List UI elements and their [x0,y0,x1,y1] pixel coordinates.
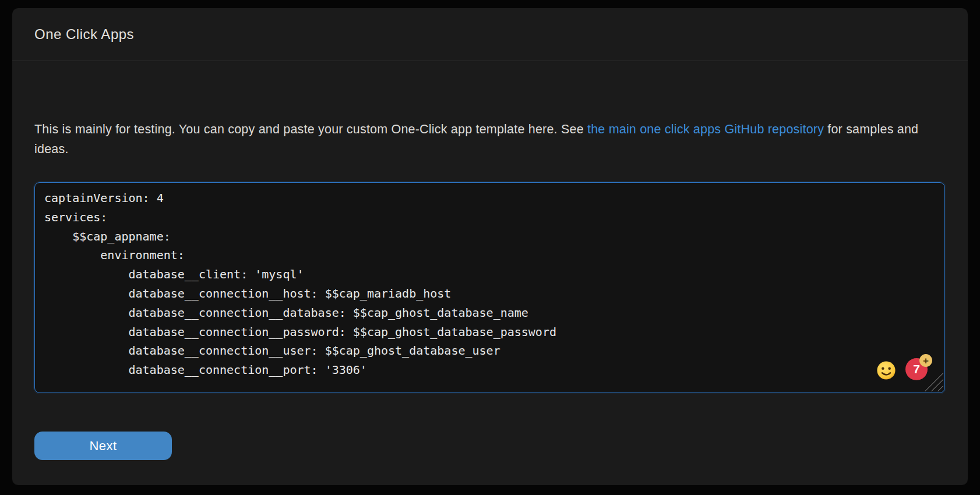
card-body: This is mainly for testing. You can copy… [12,119,968,460]
page-title: One Click Apps [34,26,134,43]
template-editor: captainVersion: 4 services: $$cap_appnam… [34,182,945,393]
next-button[interactable]: Next [34,432,172,460]
description-text: This is mainly for testing. You can copy… [34,119,935,159]
card-header: One Click Apps [12,8,968,61]
plus-badge-icon[interactable]: + [919,354,932,367]
error-count-badge[interactable]: 7 + [905,358,928,380]
github-repo-link[interactable]: the main one click apps GitHub repositor… [587,122,824,136]
error-count-value: 7 [913,362,920,376]
extension-overlay: 7 + [876,358,928,380]
description-before-link: This is mainly for testing. You can copy… [34,122,587,136]
one-click-apps-card: One Click Apps This is mainly for testin… [12,8,968,485]
smiley-emoji-icon[interactable] [876,360,896,380]
template-textarea[interactable]: captainVersion: 4 services: $$cap_appnam… [34,182,945,393]
